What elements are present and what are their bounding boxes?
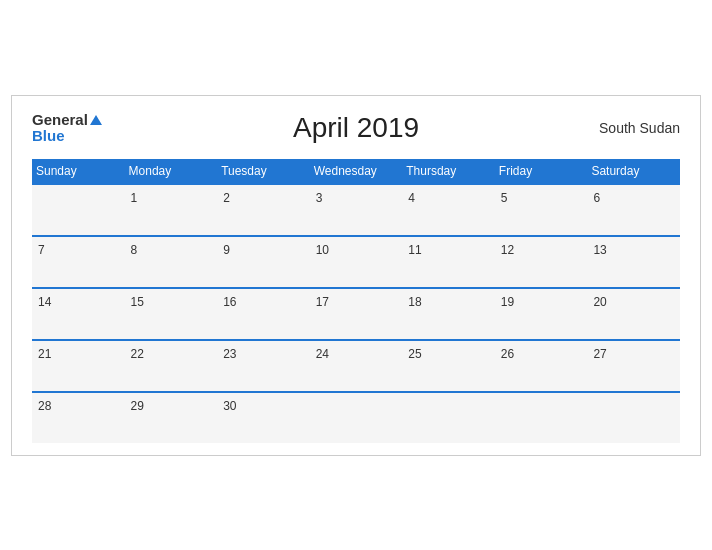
calendar-grid: SundayMondayTuesdayWednesdayThursdayFrid… bbox=[32, 159, 680, 443]
day-number: 16 bbox=[223, 295, 236, 309]
calendar-cell: 13 bbox=[587, 236, 680, 288]
day-number: 24 bbox=[316, 347, 329, 361]
calendar-cell bbox=[32, 184, 125, 236]
calendar-cell: 22 bbox=[125, 340, 218, 392]
day-number: 21 bbox=[38, 347, 51, 361]
calendar-cell bbox=[587, 392, 680, 443]
day-header-wednesday: Wednesday bbox=[310, 159, 403, 184]
week-row-1: 123456 bbox=[32, 184, 680, 236]
day-number: 1 bbox=[131, 191, 138, 205]
calendar-cell: 27 bbox=[587, 340, 680, 392]
calendar-cell: 16 bbox=[217, 288, 310, 340]
calendar-cell: 8 bbox=[125, 236, 218, 288]
day-number: 25 bbox=[408, 347, 421, 361]
day-number: 13 bbox=[593, 243, 606, 257]
calendar-cell: 11 bbox=[402, 236, 495, 288]
logo-blue-text: Blue bbox=[32, 128, 65, 145]
day-header-tuesday: Tuesday bbox=[217, 159, 310, 184]
day-header-monday: Monday bbox=[125, 159, 218, 184]
calendar-cell: 3 bbox=[310, 184, 403, 236]
calendar-cell: 14 bbox=[32, 288, 125, 340]
day-number: 17 bbox=[316, 295, 329, 309]
week-row-4: 21222324252627 bbox=[32, 340, 680, 392]
day-number: 4 bbox=[408, 191, 415, 205]
logo-triangle-icon bbox=[90, 115, 102, 125]
calendar-cell: 4 bbox=[402, 184, 495, 236]
day-number: 18 bbox=[408, 295, 421, 309]
days-header-row: SundayMondayTuesdayWednesdayThursdayFrid… bbox=[32, 159, 680, 184]
day-number: 7 bbox=[38, 243, 45, 257]
day-number: 22 bbox=[131, 347, 144, 361]
calendar-title: April 2019 bbox=[293, 112, 419, 144]
day-number: 20 bbox=[593, 295, 606, 309]
calendar-cell: 2 bbox=[217, 184, 310, 236]
calendar-cell: 12 bbox=[495, 236, 588, 288]
calendar-cell: 28 bbox=[32, 392, 125, 443]
day-number: 2 bbox=[223, 191, 230, 205]
day-number: 12 bbox=[501, 243, 514, 257]
week-row-2: 78910111213 bbox=[32, 236, 680, 288]
day-number: 29 bbox=[131, 399, 144, 413]
calendar-cell: 29 bbox=[125, 392, 218, 443]
calendar-cell: 15 bbox=[125, 288, 218, 340]
calendar-cell: 25 bbox=[402, 340, 495, 392]
calendar-cell: 17 bbox=[310, 288, 403, 340]
calendar-cell: 1 bbox=[125, 184, 218, 236]
day-number: 23 bbox=[223, 347, 236, 361]
calendar-container: General Blue April 2019 South Sudan Sund… bbox=[11, 95, 701, 456]
day-number: 8 bbox=[131, 243, 138, 257]
day-number: 26 bbox=[501, 347, 514, 361]
day-number: 11 bbox=[408, 243, 421, 257]
calendar-cell: 20 bbox=[587, 288, 680, 340]
day-number: 19 bbox=[501, 295, 514, 309]
day-number: 9 bbox=[223, 243, 230, 257]
day-number: 14 bbox=[38, 295, 51, 309]
day-number: 10 bbox=[316, 243, 329, 257]
calendar-cell: 21 bbox=[32, 340, 125, 392]
calendar-cell: 9 bbox=[217, 236, 310, 288]
calendar-cell: 7 bbox=[32, 236, 125, 288]
day-number: 6 bbox=[593, 191, 600, 205]
calendar-cell: 5 bbox=[495, 184, 588, 236]
calendar-cell: 10 bbox=[310, 236, 403, 288]
day-header-friday: Friday bbox=[495, 159, 588, 184]
week-row-3: 14151617181920 bbox=[32, 288, 680, 340]
calendar-cell: 24 bbox=[310, 340, 403, 392]
calendar-cell: 6 bbox=[587, 184, 680, 236]
day-number: 3 bbox=[316, 191, 323, 205]
calendar-cell: 30 bbox=[217, 392, 310, 443]
day-number: 30 bbox=[223, 399, 236, 413]
day-number: 28 bbox=[38, 399, 51, 413]
day-header-saturday: Saturday bbox=[587, 159, 680, 184]
calendar-cell: 18 bbox=[402, 288, 495, 340]
logo-general-text: General bbox=[32, 112, 88, 129]
day-header-sunday: Sunday bbox=[32, 159, 125, 184]
calendar-cell: 19 bbox=[495, 288, 588, 340]
day-number: 27 bbox=[593, 347, 606, 361]
calendar-cell bbox=[310, 392, 403, 443]
calendar-cell bbox=[402, 392, 495, 443]
calendar-header: General Blue April 2019 South Sudan bbox=[32, 112, 680, 145]
calendar-cell bbox=[495, 392, 588, 443]
day-header-thursday: Thursday bbox=[402, 159, 495, 184]
calendar-cell: 26 bbox=[495, 340, 588, 392]
logo: General Blue bbox=[32, 112, 102, 145]
calendar-country: South Sudan bbox=[599, 120, 680, 136]
week-row-5: 282930 bbox=[32, 392, 680, 443]
day-number: 15 bbox=[131, 295, 144, 309]
day-number: 5 bbox=[501, 191, 508, 205]
calendar-cell: 23 bbox=[217, 340, 310, 392]
